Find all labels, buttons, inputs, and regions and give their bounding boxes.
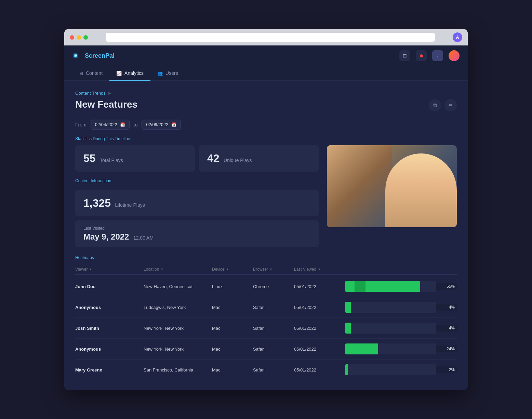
header-last-viewed[interactable]: Last Viewed ▼ <box>294 267 345 272</box>
cell-last-viewed: 05/01/2022 <box>294 367 345 373</box>
date-to-value: 02/09/2022 <box>146 122 168 127</box>
bar-fill <box>345 364 348 375</box>
stats-row: 55 Total Plays 42 Unique Plays <box>75 145 319 172</box>
content-icon: ⊞ <box>79 71 83 76</box>
cell-browser: Safari <box>253 347 294 352</box>
video-bg-left <box>327 145 392 227</box>
logo-icon <box>72 52 82 59</box>
lifetime-plays-card: 1,325 Lifetime Plays <box>75 190 319 216</box>
video-preview[interactable] <box>327 145 457 227</box>
date-from-input[interactable]: 02/04/2022 📅 <box>91 120 130 130</box>
viewer-sort-icon: ▼ <box>89 268 92 271</box>
heatmap-rows: John Doe New Haven, Connecticut Linux Ch… <box>75 276 457 380</box>
tab-content[interactable]: ⊞ Content <box>72 66 109 81</box>
capture-button[interactable]: ⊡ <box>399 50 410 61</box>
unique-plays-label: Unique Plays <box>224 158 252 163</box>
browser-sort-icon: ▼ <box>269 268 272 271</box>
total-plays-card: 55 Total Plays <box>75 145 195 172</box>
edit-button[interactable]: ✏ <box>444 99 457 111</box>
content-info-label: Content Information <box>75 178 319 183</box>
bar-container <box>345 323 436 334</box>
table-row[interactable]: John Doe New Haven, Connecticut Linux Ch… <box>75 276 457 297</box>
bar-fill <box>345 302 351 313</box>
cell-last-viewed: 05/01/2022 <box>294 284 345 289</box>
browser-user-avatar[interactable]: A <box>453 32 462 42</box>
cell-percentage: 4% <box>436 304 457 311</box>
logo-text: ScreenPal <box>85 52 115 59</box>
location-sort-icon: ▼ <box>160 268 163 271</box>
page-title-row: New Features ⧉ ✏ <box>75 99 457 111</box>
last-viewed-sort-icon: ▼ <box>318 268 321 271</box>
cell-device: Mac <box>212 347 253 352</box>
tab-users[interactable]: 👥 Users <box>150 66 185 81</box>
cell-last-viewed: 05/01/2022 <box>294 305 345 310</box>
lifetime-plays-label: Lifetime Plays <box>115 202 145 208</box>
cell-device: Mac <box>212 305 253 310</box>
users-icon: 👥 <box>157 71 163 76</box>
date-to-input[interactable]: 02/09/2022 📅 <box>142 120 181 130</box>
bar-fill <box>345 323 351 334</box>
analytics-icon: 📈 <box>116 71 122 76</box>
table-row[interactable]: Anonymous Ludcagwis, New York Mac Safari… <box>75 297 457 318</box>
cell-browser: Safari <box>253 326 294 331</box>
cell-location: San Francisco, California <box>144 367 212 373</box>
header-device[interactable]: Device ▼ <box>212 267 253 272</box>
last-visited-label: Last Visited <box>83 226 310 231</box>
heatmaps-label: Heatmaps <box>75 255 457 260</box>
header-actions: ⊡ ⏺ ⇪ <box>399 50 460 61</box>
url-bar[interactable] <box>106 33 435 42</box>
share-button[interactable]: ⇪ <box>432 50 443 61</box>
cell-bar <box>345 343 436 354</box>
maximize-button[interactable] <box>83 35 88 40</box>
device-sort-icon: ▼ <box>226 268 229 271</box>
nav-tabs: ⊞ Content 📈 Analytics 👥 Users <box>64 66 468 81</box>
header-location[interactable]: Location ▼ <box>144 267 212 272</box>
table-row[interactable]: Anonymous New York, New York Mac Safari … <box>75 339 457 360</box>
bar-container <box>345 302 436 313</box>
cell-location: New York, New York <box>144 347 212 352</box>
bar-container <box>345 281 436 292</box>
cell-bar <box>345 281 436 292</box>
cell-location: Ludcagwis, New York <box>144 305 212 310</box>
table-row[interactable]: Josh Smith New York, New York Mac Safari… <box>75 318 457 339</box>
record-button[interactable]: ⏺ <box>416 50 427 61</box>
user-avatar[interactable] <box>449 50 460 61</box>
cell-percentage: 2% <box>436 366 457 373</box>
page-title: New Features <box>75 99 137 110</box>
cell-device: Mac <box>212 367 253 373</box>
close-button[interactable] <box>70 35 74 40</box>
date-from-value: 02/04/2022 <box>95 122 117 127</box>
calendar-to-icon: 📅 <box>171 122 176 127</box>
cell-viewer: Anonymous <box>75 305 144 310</box>
cell-location: New York, New York <box>144 326 212 331</box>
breadcrumb-arrow-icon: ▶ <box>108 91 111 95</box>
tab-analytics[interactable]: 📈 Analytics <box>109 66 150 81</box>
minimize-button[interactable] <box>77 35 81 40</box>
header-pct <box>436 267 457 272</box>
table-row[interactable]: Mary Greene San Francisco, California Ma… <box>75 360 457 380</box>
stats-section-label: Statistics During This Timeline <box>75 136 457 141</box>
header-viewer[interactable]: Viewer ▼ <box>75 267 144 272</box>
total-plays-label: Total Plays <box>100 158 123 163</box>
main-content: Content Trends ▶ New Features ⧉ ✏ From 0… <box>64 81 468 390</box>
table-header: Viewer ▼ Location ▼ Device ▼ Browser ▼ L… <box>75 264 457 275</box>
bar-container <box>345 364 436 375</box>
stats-and-preview: 55 Total Plays 42 Unique Plays Content I… <box>75 145 457 247</box>
last-visited-time: 12:00 AM <box>133 235 154 241</box>
lifetime-plays-number: 1,325 <box>83 197 111 209</box>
bar-segment <box>355 281 365 292</box>
tab-users-label: Users <box>165 70 178 76</box>
browser-window: A ScreenPal ⊡ ⏺ ⇪ ⊞ Content 📈 Analytics <box>64 29 468 390</box>
logo[interactable]: ScreenPal <box>72 52 115 59</box>
total-plays-number: 55 <box>83 152 96 164</box>
video-thumbnail <box>327 145 457 227</box>
cell-last-viewed: 05/01/2022 <box>294 347 345 352</box>
breadcrumb-text[interactable]: Content Trends <box>75 91 106 96</box>
header-browser[interactable]: Browser ▼ <box>253 267 294 272</box>
cell-browser: Chrome <box>253 284 294 289</box>
copy-button[interactable]: ⧉ <box>429 99 441 111</box>
header-heatmap <box>345 267 436 272</box>
cell-location: New Haven, Connecticut <box>144 284 212 289</box>
tab-content-label: Content <box>86 70 103 76</box>
cell-percentage: 55% <box>436 283 457 290</box>
